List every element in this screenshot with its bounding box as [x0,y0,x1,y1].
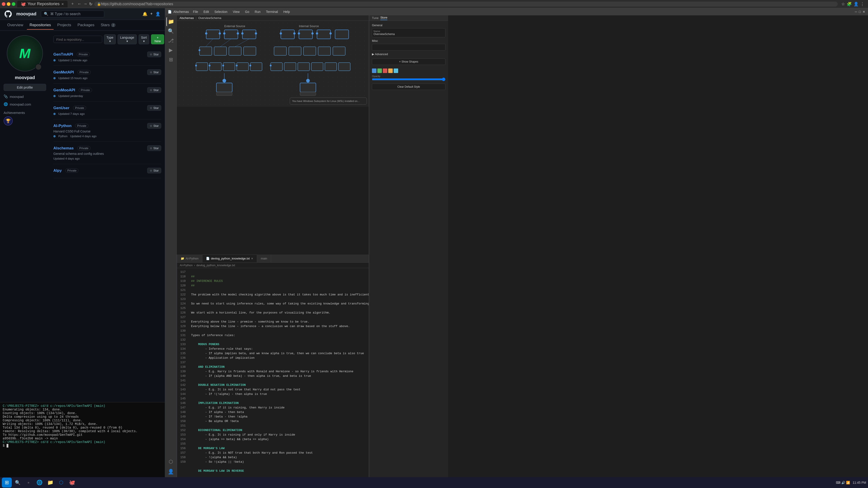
menu-edit[interactable]: Edit [201,9,211,14]
window-minimize-icon[interactable]: ─ [855,10,857,13]
refresh-button[interactable]: ↻ [89,2,92,6]
node-bottom-right[interactable] [300,83,316,92]
menu-terminal[interactable]: Terminal [264,9,280,14]
advanced-label[interactable]: ▶ Advanced [372,53,445,56]
swatch-green[interactable] [377,68,382,73]
swatch-red[interactable] [383,68,387,73]
node-bottom-left[interactable] [216,83,232,92]
node-lm1[interactable] [196,63,208,71]
menu-help[interactable]: Help [281,9,292,14]
menu-view[interactable]: View [230,9,242,14]
node-m8[interactable] [318,47,331,55]
taskbar-vscode[interactable]: ⬡ [56,478,66,488]
property-item-2[interactable] [372,44,445,51]
new-repo-button[interactable]: + New [151,34,164,44]
node-4[interactable] [281,30,294,39]
source-control-icon[interactable]: ⎇ [166,36,176,45]
tab-main[interactable]: main [257,255,271,262]
type-filter-button[interactable]: Type ▾ [104,34,116,44]
star-button[interactable]: ☆ Star [147,168,161,173]
user-avatar-icon[interactable]: 👤 [155,11,160,17]
language-filter-button[interactable]: Language ▾ [118,34,136,44]
breadcrumb-file[interactable]: devlog_python_knowledge.txt [196,264,235,267]
maximize-button[interactable] [12,2,16,6]
forward-button[interactable]: → [83,2,87,6]
code-area[interactable]: 117 118 119 120 121 122 123 124 125 126 [177,268,369,488]
node-lm8[interactable] [298,63,310,71]
repo-name[interactable]: GenMooAPI [53,88,75,92]
node-7[interactable] [335,30,349,39]
subnav-stars[interactable]: Stars 2 [98,21,118,30]
star-button[interactable]: ☆ Star [147,145,161,151]
node-m3[interactable] [229,47,241,55]
node-2[interactable] [224,30,238,39]
swatch-orange[interactable] [388,68,393,73]
taskbar-github[interactable]: 🐙 [67,478,77,488]
tab-close-icon[interactable]: ✕ [61,2,64,6]
show-shapes-btn[interactable]: + Show Shapes [372,59,445,65]
menu-file[interactable]: File [191,9,200,14]
taskbar-search[interactable]: 🔍 [13,478,23,488]
star-button[interactable]: ☆ Star [147,123,161,129]
node-3[interactable] [242,30,256,39]
bookmark-icon[interactable]: ☆ [841,2,845,6]
taskbar-explorer[interactable]: 📁 [45,478,55,488]
swatch-cyan[interactable] [394,68,398,73]
repo-name[interactable]: Alschemas [53,146,74,151]
node-m6[interactable] [289,47,301,55]
taskbar-start[interactable]: ⊞ [2,478,12,488]
terminal-cursor[interactable]: $ [3,444,162,448]
star-button[interactable]: ☆ Star [147,87,161,93]
repo-search-input[interactable] [53,36,102,43]
new-tab-button[interactable]: + [69,2,75,6]
menu-go[interactable]: Go [243,9,252,14]
node-lm4[interactable] [237,63,248,71]
repo-name[interactable]: Alpy [53,168,62,173]
repo-name[interactable]: GenMetAPI [53,70,74,74]
store-tab[interactable]: Store [380,16,387,20]
close-button[interactable] [2,2,5,6]
property-item[interactable]: Name OverviewSchema [372,28,445,37]
notifications-icon[interactable]: 🔔 [143,11,147,17]
opacity-slider[interactable] [372,77,445,81]
node-1[interactable] [206,30,220,39]
extensions-icon[interactable]: 🧩 [847,2,852,6]
tune-tab[interactable]: Tune [372,16,378,20]
taskbar-taskview[interactable]: ▫ [24,478,33,488]
remote-icon[interactable]: ⬡ [166,457,176,466]
swatch-blue[interactable] [372,68,376,73]
node-m2[interactable] [214,47,226,55]
window-maximize-icon[interactable]: □ [859,10,861,13]
minimize-button[interactable] [7,2,10,6]
profile-icon[interactable]: 👤 [854,2,859,6]
explorer-activity-icon[interactable]: 📁 [166,17,176,26]
node-lm9[interactable] [311,63,323,71]
subnav-repositories[interactable]: Repositories [27,21,54,30]
subnav-projects[interactable]: Projects [55,21,74,30]
alschemas-tab[interactable]: Alschemas [180,16,194,20]
node-lm5[interactable] [250,63,262,71]
star-button[interactable]: ☆ Star [147,69,161,75]
node-lm10[interactable] [325,63,337,71]
browser-tab[interactable]: 🐙 Your Repositories ✕ [17,1,68,7]
menu-selection[interactable]: Selection [212,9,230,14]
debug-icon[interactable]: ▶ [166,46,176,55]
tab-aipython[interactable]: 📁 AI-Python [177,255,203,262]
node-m5[interactable] [274,47,286,55]
window-close-icon[interactable]: ✕ [863,10,865,13]
tab-devlog[interactable]: 📄 devlog_python_knowledge.txt ✕ [203,255,257,262]
extensions-activity-icon[interactable]: ⊞ [166,55,176,64]
breadcrumb-aipython[interactable]: AI-Python [180,264,193,267]
node-m7[interactable] [303,47,316,55]
taskbar-edge[interactable]: 🌐 [34,478,44,488]
repo-name[interactable]: AI-Python [53,124,71,128]
terminal-panel[interactable]: C:\PROJECTS-PITREZ> cd/d c:/repos/APIs/G… [0,402,165,488]
node-lm3[interactable] [223,63,235,71]
account-icon[interactable]: 👤 [166,467,176,476]
plus-icon[interactable]: + [150,11,153,17]
node-lm7[interactable] [284,63,296,71]
tab-close-icon[interactable]: ✕ [251,257,253,260]
node-5[interactable] [299,30,312,39]
subnav-packages[interactable]: Packages [75,21,97,30]
node-lm11[interactable] [338,63,350,71]
